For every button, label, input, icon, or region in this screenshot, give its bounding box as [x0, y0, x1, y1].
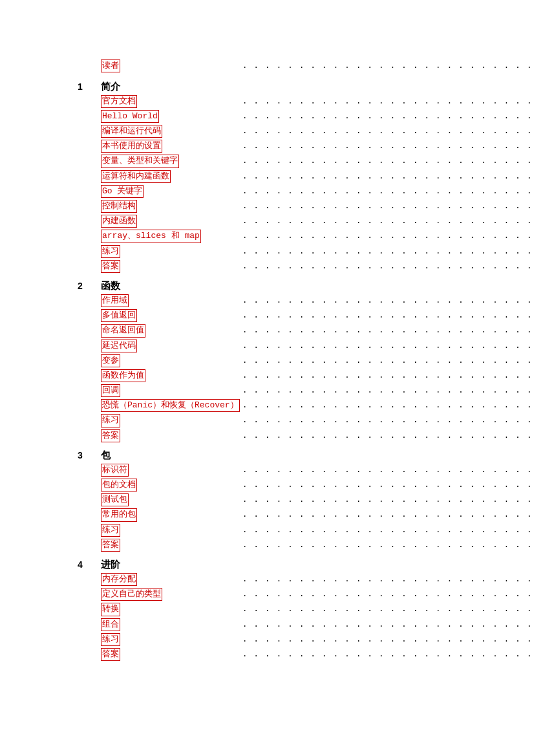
toc-section-row-3-1: 包的文档 . . . . . . . . . . . . . . . . . .… [78, 478, 534, 493]
section-link-2-9[interactable]: 答案 [101, 429, 120, 442]
toc-section-row-1-10: 练习 . . . . . . . . . . . . . . . . . . .… [78, 244, 534, 259]
toc-section-row-4-1: 定义自己的类型 . . . . . . . . . . . . . . . . … [78, 587, 534, 602]
toc-section-row-1-11: 答案 . . . . . . . . . . . . . . . . . . .… [78, 259, 534, 274]
section-link-4-2[interactable]: 转换 [101, 603, 120, 616]
section-link-1-4[interactable]: 变量、类型和关键字 [101, 155, 179, 167]
toc-section-row-1-5: 运算符和内建函数 . . . . . . . . . . . . . . . .… [78, 169, 534, 184]
toc-section-row-4-3: 组合 . . . . . . . . . . . . . . . . . . .… [78, 617, 534, 632]
toc-preface-row: 读者 . . . . . . . . . . . . . . . . . . .… [78, 58, 534, 73]
section-link-4-5[interactable]: 答案 [101, 648, 120, 661]
toc-section-row-2-3: 延迟代码 . . . . . . . . . . . . . . . . . .… [78, 338, 534, 353]
section-link-3-2[interactable]: 测试包 [101, 493, 129, 506]
chapter-title-4[interactable]: 进阶 [101, 557, 534, 572]
section-link-1-9[interactable]: array、slices 和 map [101, 230, 201, 243]
toc-section-row-2-8: 练习 . . . . . . . . . . . . . . . . . . .… [78, 413, 534, 428]
section-link-2-6[interactable]: 回调 [101, 384, 120, 397]
toc-table: 读者 . . . . . . . . . . . . . . . . . . .… [78, 58, 534, 662]
toc-section-row-2-7: 恐慌（Panic）和恢复（Recover） . . . . . . . . . … [78, 398, 534, 413]
section-link-1-10[interactable]: 练习 [101, 245, 120, 258]
section-link-2-7[interactable]: 恐慌（Panic）和恢复（Recover） [101, 399, 240, 412]
chapter-number-1: 1 [78, 80, 101, 94]
toc-section-row-2-0: 作用域 . . . . . . . . . . . . . . . . . . … [78, 293, 534, 308]
toc-section-row-1-0: 官方文档 . . . . . . . . . . . . . . . . . .… [78, 94, 534, 109]
toc-section-row-4-5: 答案 . . . . . . . . . . . . . . . . . . .… [78, 647, 534, 662]
section-link-3-3[interactable]: 常用的包 [101, 508, 137, 521]
section-link-3-5[interactable]: 答案 [101, 539, 120, 552]
section-link-1-6[interactable]: Go 关键字 [101, 185, 144, 198]
section-link-3-0[interactable]: 标识符 [101, 464, 129, 477]
toc-section-row-4-0: 内存分配 . . . . . . . . . . . . . . . . . .… [78, 572, 534, 587]
section-link-2-5[interactable]: 函数作为值 [101, 369, 145, 382]
toc-section-row-3-3: 常用的包 . . . . . . . . . . . . . . . . . .… [78, 508, 534, 523]
section-link-4-3[interactable]: 组合 [101, 618, 120, 631]
section-link-1-3[interactable]: 本书使用的设置 [101, 140, 162, 153]
toc-section-row-3-5: 答案 . . . . . . . . . . . . . . . . . . .… [78, 537, 534, 552]
section-link-1-5[interactable]: 运算符和内建函数 [101, 170, 171, 183]
section-link-2-0[interactable]: 作用域 [101, 294, 129, 307]
chapter-number-4: 4 [78, 557, 101, 572]
chapter-header-1: 1 简介 1 [78, 80, 534, 94]
section-link-1-11[interactable]: 答案 [101, 260, 120, 273]
preface-link[interactable]: 读者 [101, 59, 120, 72]
toc-section-row-1-4: 变量、类型和关键字 . . . . . . . . . . . . . . . … [78, 154, 534, 169]
chapter-title-3[interactable]: 包 [101, 448, 534, 462]
toc-section-row-2-1: 多值返回 . . . . . . . . . . . . . . . . . .… [78, 308, 534, 323]
toc-section-row-3-0: 标识符 . . . . . . . . . . . . . . . . . . … [78, 462, 534, 477]
section-link-2-1[interactable]: 多值返回 [101, 309, 137, 322]
chapter-header-2: 2 函数 26 [78, 279, 534, 293]
section-link-4-0[interactable]: 内存分配 [101, 573, 137, 586]
toc-section-row-2-4: 变参 . . . . . . . . . . . . . . . . . . .… [78, 353, 534, 368]
section-link-3-4[interactable]: 练习 [101, 524, 120, 537]
chapter-header-3: 3 包 44 [78, 448, 534, 462]
section-link-1-8[interactable]: 内建函数 [101, 215, 137, 228]
toc-section-row-1-2: 编译和运行代码 . . . . . . . . . . . . . . . . … [78, 124, 534, 139]
section-link-1-2[interactable]: 编译和运行代码 [101, 125, 162, 138]
section-link-4-4[interactable]: 练习 [101, 633, 120, 646]
toc-section-row-1-1: Hello World . . . . . . . . . . . . . . … [78, 109, 534, 124]
section-link-2-3[interactable]: 延迟代码 [101, 340, 137, 352]
chapter-number-2: 2 [78, 279, 101, 293]
section-link-1-7[interactable]: 控制结构 [101, 200, 137, 213]
toc-section-row-2-5: 函数作为值 . . . . . . . . . . . . . . . . . … [78, 368, 534, 383]
toc-section-row-4-2: 转换 . . . . . . . . . . . . . . . . . . .… [78, 602, 534, 617]
chapter-title-2[interactable]: 函数 [101, 279, 534, 293]
toc-section-row-2-9: 答案 . . . . . . . . . . . . . . . . . . .… [78, 428, 534, 443]
toc-section-row-2-2: 命名返回值 . . . . . . . . . . . . . . . . . … [78, 323, 534, 338]
toc-section-row-1-6: Go 关键字 . . . . . . . . . . . . . . . . .… [78, 184, 534, 199]
chapter-title-1[interactable]: 简介 [101, 80, 534, 94]
chapter-number-3: 3 [78, 448, 101, 462]
section-link-2-8[interactable]: 练习 [101, 414, 120, 427]
toc-section-row-4-4: 练习 . . . . . . . . . . . . . . . . . . .… [78, 632, 534, 647]
section-link-4-1[interactable]: 定义自己的类型 [101, 588, 162, 601]
toc-section-row-2-6: 回调 . . . . . . . . . . . . . . . . . . .… [78, 383, 534, 398]
toc-section-row-1-9: array、slices 和 map . . . . . . . . . . .… [78, 229, 534, 244]
toc-section-row-1-3: 本书使用的设置 . . . . . . . . . . . . . . . . … [78, 139, 534, 154]
section-link-3-1[interactable]: 包的文档 [101, 479, 137, 491]
section-link-2-4[interactable]: 变参 [101, 354, 120, 367]
toc-section-row-3-2: 测试包 . . . . . . . . . . . . . . . . . . … [78, 493, 534, 508]
toc-section-row-1-7: 控制结构 . . . . . . . . . . . . . . . . . .… [78, 199, 534, 214]
chapter-header-4: 4 进阶 54 [78, 557, 534, 572]
toc-section-row-3-4: 练习 . . . . . . . . . . . . . . . . . . .… [78, 523, 534, 537]
section-link-1-1[interactable]: Hello World [101, 110, 159, 123]
toc-section-row-1-8: 内建函数 . . . . . . . . . . . . . . . . . .… [78, 214, 534, 229]
section-link-1-0[interactable]: 官方文档 [101, 95, 137, 108]
section-link-2-2[interactable]: 命名返回值 [101, 324, 145, 337]
